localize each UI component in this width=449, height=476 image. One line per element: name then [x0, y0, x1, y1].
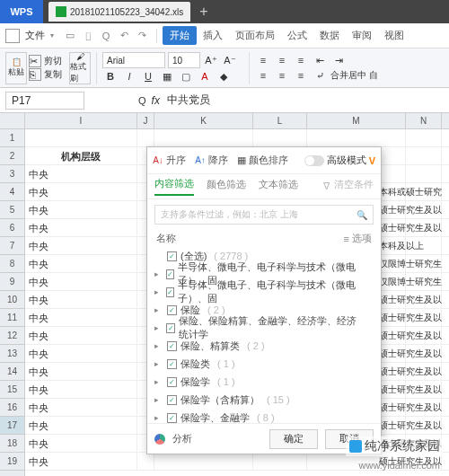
tab-insert[interactable]: 插入: [197, 29, 229, 42]
checkbox-icon[interactable]: ✓: [167, 395, 177, 405]
checkbox-icon[interactable]: ✓: [167, 305, 177, 315]
expand-icon[interactable]: ▸: [154, 359, 163, 368]
formula-value[interactable]: 中共党员: [167, 93, 210, 108]
row-header[interactable]: 16: [0, 399, 24, 417]
select-all-corner[interactable]: [0, 113, 25, 128]
merge-label[interactable]: 合并居中: [330, 69, 366, 82]
filter-item[interactable]: ▸✓保险类( 1 ): [154, 355, 374, 373]
cell[interactable]: 中央: [25, 327, 137, 344]
copy-icon[interactable]: ⎘: [29, 68, 41, 81]
row-header[interactable]: 6: [0, 219, 24, 237]
expand-icon[interactable]: ▸: [154, 413, 163, 422]
align-top-icon[interactable]: ≡: [255, 53, 271, 67]
cut-icon[interactable]: ✂: [29, 55, 41, 67]
col-header-i[interactable]: I: [25, 113, 137, 128]
filter-item[interactable]: ▸✓保险学（含精算）( 15 ): [154, 391, 374, 409]
cell[interactable]: 中央: [25, 291, 137, 308]
cell[interactable]: 中央: [25, 417, 137, 434]
checkbox-icon[interactable]: ✓: [166, 323, 175, 333]
options-button[interactable]: ≡选项: [344, 232, 372, 245]
tab-view[interactable]: 视图: [378, 29, 410, 42]
expand-icon[interactable]: ▸: [154, 305, 163, 314]
format-painter[interactable]: 🖌 格式刷: [69, 52, 91, 84]
align-right-icon[interactable]: ≡: [293, 68, 309, 83]
cell[interactable]: 中央: [25, 165, 137, 182]
expand-icon[interactable]: ▸: [154, 395, 163, 404]
paste-button[interactable]: 📋 粘贴: [5, 52, 27, 84]
fx-q-icon[interactable]: Q: [138, 95, 146, 106]
cell[interactable]: [253, 453, 307, 470]
name-box[interactable]: P17: [5, 92, 84, 110]
tab-data[interactable]: 数据: [313, 29, 346, 42]
highlight-icon[interactable]: ◆: [216, 69, 232, 84]
redo-icon[interactable]: ↷: [136, 30, 148, 42]
row-header[interactable]: 12: [0, 327, 24, 345]
checkbox-icon[interactable]: ✓: [167, 341, 177, 351]
filter-search-input[interactable]: 支持多条件过滤，例如：北京 上海 🔍: [154, 205, 374, 225]
row-header[interactable]: 2: [0, 147, 24, 165]
ok-button[interactable]: 确定: [269, 429, 318, 449]
col-header-l[interactable]: L: [253, 113, 307, 128]
cell[interactable]: [154, 129, 253, 146]
row-header[interactable]: 15: [0, 381, 24, 399]
cut-label[interactable]: 剪切: [44, 55, 62, 67]
checkbox-icon[interactable]: ✓: [166, 269, 175, 279]
cell[interactable]: 中央: [25, 255, 137, 272]
auto-label[interactable]: 自: [369, 69, 378, 82]
cell[interactable]: [253, 129, 307, 146]
row-header[interactable]: 7: [0, 237, 24, 255]
copy-label[interactable]: 复制: [44, 68, 62, 81]
grow-font-icon[interactable]: A⁺: [203, 53, 219, 67]
cell[interactable]: 机构层级: [25, 147, 137, 164]
size-select[interactable]: 10: [168, 52, 200, 68]
print-icon[interactable]: ⌷: [82, 30, 94, 42]
row-header[interactable]: 11: [0, 309, 24, 327]
shrink-font-icon[interactable]: A⁻: [222, 53, 238, 67]
font-color-icon[interactable]: A: [197, 69, 213, 84]
cell[interactable]: 中央: [25, 183, 137, 200]
bold-icon[interactable]: B: [102, 69, 119, 84]
align-mid-icon[interactable]: ≡: [274, 53, 290, 67]
wrap-icon[interactable]: ⤶: [312, 68, 328, 83]
checkbox-icon[interactable]: ✓: [167, 359, 177, 369]
sort-asc-button[interactable]: A↓升序: [153, 154, 186, 167]
underline-icon[interactable]: U: [140, 69, 156, 84]
tab-color-filter[interactable]: 颜色筛选: [207, 178, 246, 195]
row-header[interactable]: 5: [0, 201, 24, 219]
cell[interactable]: 中央: [25, 363, 137, 380]
italic-icon[interactable]: I: [121, 69, 137, 84]
sort-desc-button[interactable]: A↑降序: [195, 154, 228, 167]
cell[interactable]: 中央: [25, 435, 137, 452]
border-icon[interactable]: ▦: [159, 69, 175, 84]
tab-layout[interactable]: 页面布局: [229, 29, 281, 42]
advanced-toggle[interactable]: 高级模式V: [304, 154, 375, 167]
cell[interactable]: [25, 129, 137, 146]
row-header[interactable]: 4: [0, 183, 24, 201]
checkbox-icon[interactable]: ✓: [167, 413, 177, 423]
expand-icon[interactable]: ▸: [154, 341, 163, 350]
cell[interactable]: [137, 453, 154, 470]
file-menu[interactable]: 文件: [25, 29, 45, 42]
expand-icon[interactable]: ▸: [154, 269, 163, 278]
color-sort-button[interactable]: ▦颜色排序: [237, 154, 288, 167]
tab-review[interactable]: 审阅: [346, 29, 378, 42]
checkbox-icon[interactable]: ✓: [167, 251, 177, 261]
filter-item[interactable]: ▸✓保险学( 1 ): [154, 373, 374, 391]
row-header[interactable]: 17: [0, 417, 24, 435]
cell[interactable]: [154, 453, 253, 470]
cell[interactable]: 中央: [25, 345, 137, 362]
row-header[interactable]: 13: [0, 345, 24, 363]
tab-formula[interactable]: 公式: [281, 29, 313, 42]
tab-text-filter[interactable]: 文本筛选: [259, 178, 298, 195]
file-dropdown-icon[interactable]: ▾: [50, 31, 54, 40]
col-header-k[interactable]: K: [154, 113, 253, 128]
align-center-icon[interactable]: ≡: [274, 68, 290, 83]
cell[interactable]: [137, 129, 154, 146]
align-bot-icon[interactable]: ≡: [293, 53, 309, 67]
col-header-m[interactable]: M: [307, 113, 406, 128]
cell[interactable]: 中央: [25, 453, 137, 470]
col-header-j[interactable]: J: [137, 113, 154, 128]
app-menu-icon[interactable]: [5, 29, 20, 43]
cell[interactable]: 中央: [25, 237, 137, 254]
filter-item[interactable]: ▸✓保险学、金融学( 8 ): [154, 409, 374, 423]
